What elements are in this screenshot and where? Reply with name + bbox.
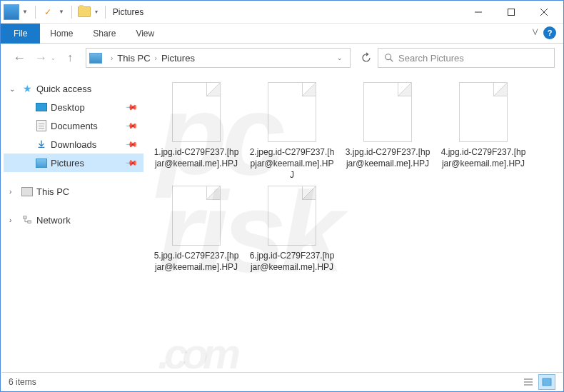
sidebar-item-desktop[interactable]: Desktop 📌 xyxy=(4,98,143,116)
sidebar-item-label: Desktop xyxy=(51,102,85,113)
ribbon: File Home Share View ⋁ ? xyxy=(1,24,563,44)
downloads-icon xyxy=(35,138,48,151)
file-item[interactable]: 1.jpg.id-C279F237.[hpjar@keemail.me].HPJ xyxy=(153,82,239,181)
address-bar[interactable]: › This PC › Pictures ⌄ xyxy=(86,48,351,68)
file-name: 1.jpg.id-C279F237.[hpjar@keemail.me].HPJ xyxy=(153,146,239,169)
search-input[interactable]: Search Pictures xyxy=(378,48,555,68)
history-drop-icon[interactable]: ⌄ xyxy=(51,55,56,61)
sidebar-item-documents[interactable]: Documents 📌 xyxy=(4,116,143,135)
tab-share[interactable]: Share xyxy=(83,24,126,44)
file-name: 4.jpg.id-C279F237.[hpjar@keemail.me].HPJ xyxy=(440,146,526,169)
navigation-pane: ⌄ ★ Quick access Desktop 📌 Documents 📌 D… xyxy=(1,72,146,371)
chevron-down-icon[interactable]: ⌄ xyxy=(9,85,18,93)
pin-icon: 📌 xyxy=(124,156,138,169)
file-icon xyxy=(172,186,221,246)
sidebar-label: This PC xyxy=(36,186,69,197)
refresh-button[interactable] xyxy=(356,48,376,68)
qat-properties-icon[interactable]: ✓ xyxy=(40,4,56,20)
forward-button[interactable]: → xyxy=(31,48,51,68)
file-name: 5.jpg.id-C279F237.[hpjar@keemail.me].HPJ xyxy=(153,250,239,273)
qat-customize-drop-icon[interactable]: ▾ xyxy=(95,9,98,15)
sidebar-quick-access[interactable]: ⌄ ★ Quick access xyxy=(4,79,143,98)
up-button[interactable]: ↑ xyxy=(60,48,80,68)
breadcrumb-part[interactable]: Pictures xyxy=(161,53,195,64)
file-item[interactable]: 2.jpeg.id-C279F237.[hpjar@keemail.me].HP… xyxy=(249,82,335,181)
sidebar-item-label: Documents xyxy=(51,121,98,131)
svg-rect-11 xyxy=(543,378,551,386)
view-details-button[interactable] xyxy=(520,374,537,390)
app-menu-drop-icon[interactable]: ▼ xyxy=(22,9,28,15)
qat-drop-icon[interactable]: ▼ xyxy=(59,9,64,15)
file-icon xyxy=(268,82,316,142)
file-icon xyxy=(172,82,221,142)
status-bar: 6 items xyxy=(1,372,563,391)
star-icon: ★ xyxy=(21,82,34,95)
sidebar-item-pictures[interactable]: Pictures 📌 xyxy=(4,154,143,172)
sidebar-item-downloads[interactable]: Downloads 📌 xyxy=(4,135,143,154)
nav-row: ← → ⌄ ↑ › This PC › Pictures ⌄ Search Pi… xyxy=(1,44,563,72)
chevron-right-icon[interactable]: › xyxy=(111,54,113,62)
back-button[interactable]: ← xyxy=(9,48,29,68)
minimize-button[interactable] xyxy=(462,1,495,24)
computer-icon xyxy=(21,185,34,198)
chevron-right-icon[interactable]: › xyxy=(9,216,18,224)
search-icon xyxy=(384,53,394,63)
file-name: 2.jpeg.id-C279F237.[hpjar@keemail.me].HP… xyxy=(249,146,335,181)
file-name: 6.jpg.id-C279F237.[hpjar@keemail.me].HPJ xyxy=(249,250,335,273)
file-list[interactable]: 1.jpg.id-C279F237.[hpjar@keemail.me].HPJ… xyxy=(146,72,563,371)
location-icon xyxy=(89,53,102,64)
qat-newfolder-icon[interactable] xyxy=(76,4,92,20)
maximize-button[interactable] xyxy=(495,1,528,24)
desktop-icon xyxy=(35,101,48,114)
svg-point-4 xyxy=(386,54,391,60)
chevron-right-icon[interactable]: › xyxy=(155,54,157,62)
svg-line-5 xyxy=(391,59,393,62)
separator xyxy=(35,6,36,19)
file-tab[interactable]: File xyxy=(1,24,40,44)
view-thumbnails-button[interactable] xyxy=(538,374,555,390)
file-item[interactable]: 5.jpg.id-C279F237.[hpjar@keemail.me].HPJ xyxy=(153,186,239,273)
ribbon-collapse-icon[interactable]: ⋁ xyxy=(533,28,538,35)
svg-rect-1 xyxy=(508,9,515,15)
app-icon xyxy=(4,4,19,20)
svg-rect-6 xyxy=(24,216,26,219)
sidebar-network[interactable]: › Network xyxy=(4,211,143,229)
documents-icon xyxy=(35,119,48,132)
item-count: 6 items xyxy=(9,377,36,387)
sidebar-label: Quick access xyxy=(36,84,91,94)
address-drop-icon[interactable]: ⌄ xyxy=(333,54,347,61)
tab-home[interactable]: Home xyxy=(40,24,83,44)
tab-view[interactable]: View xyxy=(126,24,164,44)
search-placeholder: Search Pictures xyxy=(398,53,464,64)
file-item[interactable]: 6.jpg.id-C279F237.[hpjar@keemail.me].HPJ xyxy=(249,186,335,273)
window-title: Pictures xyxy=(113,7,143,17)
pictures-icon xyxy=(35,156,48,169)
sidebar-this-pc[interactable]: › This PC xyxy=(4,182,143,201)
close-button[interactable] xyxy=(528,1,560,24)
file-icon xyxy=(459,82,508,142)
separator xyxy=(105,6,106,19)
file-item[interactable]: 3.jpg.id-C279F237.[hpjar@keemail.me].HPJ xyxy=(345,82,430,181)
pin-icon: 📌 xyxy=(124,137,138,151)
title-bar: ▼ ✓ ▼ ▾ Pictures xyxy=(1,1,563,24)
network-icon xyxy=(21,213,34,226)
sidebar-item-label: Downloads xyxy=(51,139,96,150)
svg-rect-7 xyxy=(28,221,31,223)
file-item[interactable]: 4.jpg.id-C279F237.[hpjar@keemail.me].HPJ xyxy=(440,82,526,181)
file-icon xyxy=(268,186,316,246)
file-icon xyxy=(363,82,412,142)
pin-icon: 📌 xyxy=(124,119,138,132)
pin-icon: 📌 xyxy=(124,100,138,114)
chevron-right-icon[interactable]: › xyxy=(9,188,18,196)
separator xyxy=(71,6,72,19)
sidebar-label: Network xyxy=(36,215,71,226)
file-name: 3.jpg.id-C279F237.[hpjar@keemail.me].HPJ xyxy=(345,146,430,169)
breadcrumb-part[interactable]: This PC xyxy=(117,53,150,64)
help-icon[interactable]: ? xyxy=(543,26,556,39)
sidebar-item-label: Pictures xyxy=(51,158,84,169)
